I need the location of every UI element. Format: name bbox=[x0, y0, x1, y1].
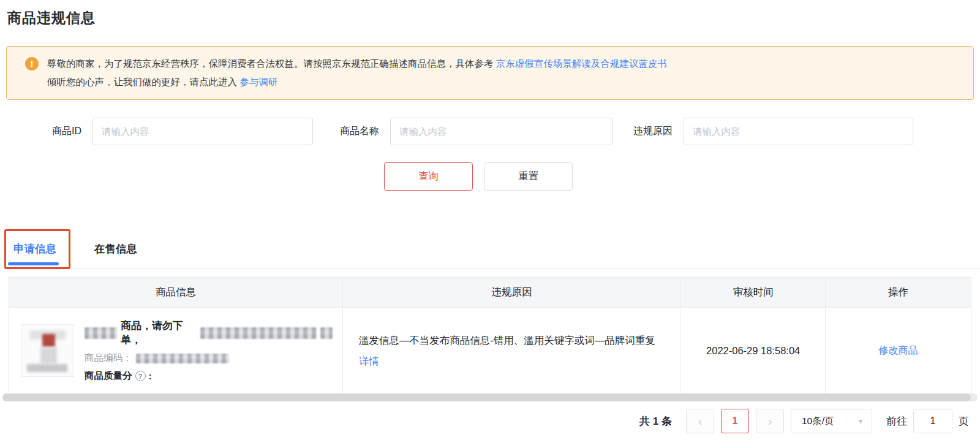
tab-on-sale-info[interactable]: 在售信息 bbox=[94, 229, 137, 268]
table-row: 商品，请勿下单， 商品编码： 商品质量分 ? : 滥发信息—不当发布商品信息-错… bbox=[9, 307, 971, 393]
product-thumbnail bbox=[21, 324, 74, 377]
action-cell: 修改商品 bbox=[826, 308, 971, 393]
page-title: 商品违规信息 bbox=[7, 9, 980, 28]
banner-line-1: 尊敬的商家，为了规范京东经营秩序，保障消费者合法权益。请按照京东规范正确描述商品… bbox=[47, 55, 961, 73]
horizontal-scrollbar-thumb[interactable] bbox=[2, 393, 971, 401]
redacted-title-middle bbox=[200, 327, 317, 339]
violation-reason-input[interactable] bbox=[684, 118, 913, 145]
col-actions: 操作 bbox=[826, 278, 971, 307]
product-name-input[interactable] bbox=[390, 118, 612, 145]
banner-line-2: 倾听您的心声，让我们做的更好，请点此进入 参与调研 bbox=[47, 73, 961, 91]
prev-page-button[interactable]: ‹ bbox=[686, 409, 714, 433]
detail-link[interactable]: 详情 bbox=[359, 355, 379, 366]
product-title-text: 商品，请勿下单， bbox=[121, 319, 197, 347]
redacted-product-code bbox=[136, 354, 229, 363]
banner-text-2: 倾听您的心声，让我们做的更好，请点此进入 bbox=[47, 77, 239, 87]
page-size-value: 10条/页 bbox=[802, 415, 834, 428]
page-number-button[interactable]: 1 bbox=[721, 409, 749, 433]
review-time: 2022-06-29 18:58:04 bbox=[706, 345, 800, 357]
question-circle-icon[interactable]: ? bbox=[135, 371, 146, 381]
field-product-id: 商品ID bbox=[52, 118, 313, 145]
redacted-title-suffix bbox=[320, 327, 333, 339]
product-code-label: 商品编码： bbox=[85, 352, 132, 365]
tab-application-info[interactable]: 申请信息 bbox=[13, 229, 56, 268]
product-title: 商品，请勿下单， bbox=[85, 319, 333, 347]
survey-link[interactable]: 参与调研 bbox=[239, 77, 277, 87]
product-id-input[interactable] bbox=[92, 118, 313, 145]
horizontal-scrollbar-track[interactable] bbox=[2, 393, 978, 401]
goto-page-group: 前往 页 bbox=[886, 409, 969, 433]
reset-button[interactable]: 重置 bbox=[484, 162, 573, 191]
product-id-label: 商品ID bbox=[52, 125, 81, 138]
violation-reason-text: 滥发信息—不当发布商品信息-错用、滥用关键字或词—品牌词重复 bbox=[359, 335, 655, 346]
next-page-button[interactable]: › bbox=[756, 409, 784, 433]
tab-application-info-label: 申请信息 bbox=[13, 241, 56, 256]
product-details: 商品，请勿下单， 商品编码： 商品质量分 ? : bbox=[85, 319, 333, 382]
review-time-cell: 2022-06-29 18:58:04 bbox=[681, 308, 826, 393]
page-size-select[interactable]: 10条/页 ▼ bbox=[791, 409, 872, 433]
violation-reason-label: 违规原因 bbox=[633, 125, 673, 138]
search-form: 商品ID 商品名称 违规原因 bbox=[52, 118, 980, 145]
notice-banner: ! 尊敬的商家，为了规范京东经营秩序，保障消费者合法权益。请按照京东规范正确描述… bbox=[6, 46, 974, 100]
caret-down-icon: ▼ bbox=[858, 418, 864, 425]
pagination: 共 1 条 ‹ 1 › 10条/页 ▼ 前往 页 bbox=[0, 409, 969, 433]
redacted-title-prefix bbox=[85, 327, 117, 339]
violation-table: 商品信息 违规原因 审核时间 操作 商品，请勿下单， 商品编码： 商品质量分 bbox=[9, 277, 971, 393]
query-button[interactable]: 查询 bbox=[384, 162, 473, 191]
goto-label: 前往 bbox=[886, 414, 907, 428]
quality-score-line: 商品质量分 ? : bbox=[85, 370, 333, 382]
edit-product-link[interactable]: 修改商品 bbox=[878, 344, 918, 357]
field-product-name: 商品名称 bbox=[340, 118, 612, 145]
col-review-time: 审核时间 bbox=[681, 278, 826, 307]
tab-bar: 申请信息 在售信息 bbox=[0, 229, 980, 269]
tab-on-sale-info-label: 在售信息 bbox=[94, 241, 137, 256]
chevron-right-icon: › bbox=[768, 414, 772, 428]
violation-reason-cell: 滥发信息—不当发布商品信息-错用、滥用关键字或词—品牌词重复详情 bbox=[343, 308, 682, 393]
bluebook-link[interactable]: 京东虚假宣传场景解读及合规建议蓝皮书 bbox=[496, 58, 667, 69]
form-actions: 查询 重置 bbox=[0, 162, 957, 191]
chevron-left-icon: ‹ bbox=[698, 414, 703, 428]
field-violation-reason: 违规原因 bbox=[633, 118, 913, 145]
banner-text-1: 尊敬的商家，为了规范京东经营秩序，保障消费者合法权益。请按照京东规范正确描述商品… bbox=[47, 58, 496, 69]
total-count: 共 1 条 bbox=[639, 414, 672, 428]
table-header: 商品信息 违规原因 审核时间 操作 bbox=[9, 278, 971, 307]
quality-score-colon: : bbox=[149, 371, 152, 382]
page-unit-label: 页 bbox=[959, 414, 969, 428]
product-info-cell: 商品，请勿下单， 商品编码： 商品质量分 ? : bbox=[9, 308, 343, 393]
product-code-line: 商品编码： bbox=[85, 352, 333, 365]
product-name-label: 商品名称 bbox=[340, 125, 379, 138]
quality-score-label: 商品质量分 bbox=[85, 370, 132, 382]
col-product-info: 商品信息 bbox=[9, 278, 343, 307]
warning-icon: ! bbox=[25, 57, 39, 70]
col-violation-reason: 违规原因 bbox=[343, 278, 682, 307]
active-tab-underline bbox=[8, 262, 59, 265]
goto-page-input[interactable] bbox=[913, 409, 952, 433]
